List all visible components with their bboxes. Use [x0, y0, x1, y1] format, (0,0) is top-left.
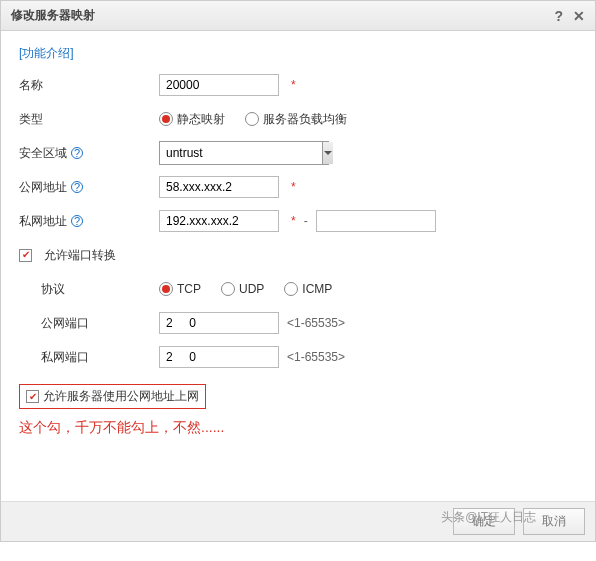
- name-input[interactable]: [159, 74, 279, 96]
- private-ip-start-input[interactable]: [159, 210, 279, 232]
- help-icon[interactable]: ?: [71, 181, 83, 193]
- help-icon[interactable]: ?: [71, 147, 83, 159]
- row-type: 类型 静态映射 服务器负载均衡: [19, 106, 577, 132]
- public-ip-input[interactable]: [159, 176, 279, 198]
- private-port-input[interactable]: [159, 346, 279, 368]
- titlebar-icons: ? ✕: [554, 8, 585, 24]
- dialog-window: 修改服务器映射 ? ✕ [功能介绍] 名称 * 类型 静态映射: [0, 0, 596, 542]
- row-security-zone: 安全区域 ?: [19, 140, 577, 166]
- dialog-title: 修改服务器映射: [11, 7, 95, 24]
- public-port-input[interactable]: [159, 312, 279, 334]
- allow-port-translate-label: 允许端口转换: [44, 247, 116, 264]
- security-zone-select[interactable]: [159, 141, 329, 165]
- radio-icon: [221, 282, 235, 296]
- allow-port-translate-checkbox[interactable]: [19, 249, 32, 262]
- radio-static[interactable]: 静态映射: [159, 111, 225, 128]
- label-security-zone: 安全区域 ?: [19, 145, 159, 162]
- label-name: 名称: [19, 77, 159, 94]
- required-asterisk: *: [291, 180, 296, 194]
- row-allow-port-translate: 允许端口转换: [19, 242, 577, 268]
- help-icon[interactable]: ?: [71, 215, 83, 227]
- required-asterisk: *: [291, 214, 296, 228]
- close-icon[interactable]: ✕: [573, 8, 585, 24]
- radio-icon: [159, 112, 173, 126]
- private-port-hint: <1-65535>: [287, 350, 345, 364]
- label-private-ip: 私网地址 ?: [19, 213, 159, 230]
- help-icon[interactable]: ?: [554, 8, 563, 24]
- chevron-down-icon[interactable]: [322, 142, 333, 164]
- dash-separator: -: [304, 214, 308, 228]
- row-private-ip: 私网地址 ? * -: [19, 208, 577, 234]
- private-ip-end-input[interactable]: [316, 210, 436, 232]
- radio-icmp[interactable]: ICMP: [284, 282, 332, 296]
- radio-udp[interactable]: UDP: [221, 282, 264, 296]
- row-private-port: 私网端口 <1-65535>: [19, 344, 577, 370]
- warning-text: 这个勾，千万不能勾上，不然......: [19, 419, 577, 437]
- radio-lb[interactable]: 服务器负载均衡: [245, 111, 347, 128]
- public-port-hint: <1-65535>: [287, 316, 345, 330]
- radio-icon: [284, 282, 298, 296]
- label-type: 类型: [19, 111, 159, 128]
- label-public-ip: 公网地址 ?: [19, 179, 159, 196]
- watermark: 头条@IT狂人日志: [441, 509, 536, 526]
- row-name: 名称 *: [19, 72, 577, 98]
- row-public-port: 公网端口 <1-65535>: [19, 310, 577, 336]
- radio-icmp-label: ICMP: [302, 282, 332, 296]
- radio-icon: [245, 112, 259, 126]
- dialog-body: [功能介绍] 名称 * 类型 静态映射 服务器负载均衡: [1, 31, 595, 501]
- label-private-port: 私网端口: [19, 349, 159, 366]
- radio-lb-label: 服务器负载均衡: [263, 111, 347, 128]
- intro-link[interactable]: [功能介绍]: [19, 45, 74, 62]
- radio-tcp[interactable]: TCP: [159, 282, 201, 296]
- label-protocol: 协议: [19, 281, 159, 298]
- radio-udp-label: UDP: [239, 282, 264, 296]
- radio-tcp-label: TCP: [177, 282, 201, 296]
- titlebar: 修改服务器映射 ? ✕: [1, 1, 595, 31]
- radio-icon: [159, 282, 173, 296]
- required-asterisk: *: [291, 78, 296, 92]
- allow-public-access-label: 允许服务器使用公网地址上网: [43, 388, 199, 405]
- security-zone-input[interactable]: [160, 143, 322, 163]
- row-protocol: 协议 TCP UDP ICMP: [19, 276, 577, 302]
- highlight-box: 允许服务器使用公网地址上网: [19, 384, 206, 409]
- label-public-port: 公网端口: [19, 315, 159, 332]
- allow-public-access-checkbox[interactable]: [26, 390, 39, 403]
- row-public-ip: 公网地址 ? *: [19, 174, 577, 200]
- radio-static-label: 静态映射: [177, 111, 225, 128]
